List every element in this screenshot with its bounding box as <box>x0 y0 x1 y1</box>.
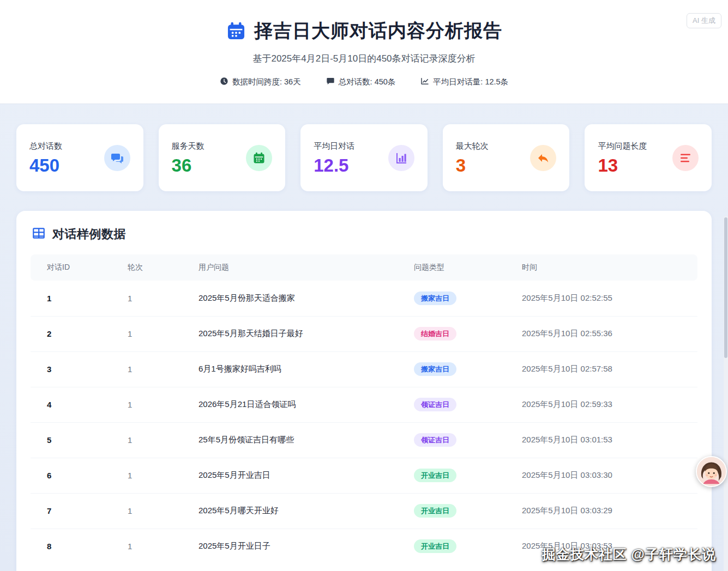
cell-user-question: 2026年5月21日适合领证吗 <box>182 387 398 422</box>
stat-label: 总对话数 <box>29 141 62 151</box>
stat-card-total-chats: 总对话数 450 <box>16 124 143 191</box>
calendar-icon <box>246 145 272 171</box>
cell-time: 2025年5月10日 02:57:58 <box>506 351 697 387</box>
table-body: 112025年5月份那天适合搬家搬家吉日2025年5月10日 02:52:552… <box>31 281 697 564</box>
stat-value: 13 <box>598 156 647 174</box>
table-row: 5125年5月份领证吉日有哪些领证吉日2025年5月10日 03:01:53 <box>31 422 697 458</box>
stat-card-avg-question-length: 平均问题长度 13 <box>585 124 712 191</box>
page-subtitle: 基于2025年4月2日-5月10日的450条对话记录深度分析 <box>0 52 728 65</box>
question-type-badge: 领证吉日 <box>414 433 456 447</box>
question-type-badge: 开业吉日 <box>414 539 456 553</box>
table-grid-icon <box>32 226 46 242</box>
cell-user-question: 2025年5月份那天适合搬家 <box>182 281 398 316</box>
meta-daily-avg: 平均日对话量: 12.5条 <box>420 77 508 87</box>
cell-time: 2025年5月10日 02:52:55 <box>506 281 697 316</box>
question-type-badge: 搬家吉日 <box>414 291 456 305</box>
meta-total-chats: 总对话数: 450条 <box>326 77 396 87</box>
ai-generated-badge: AI 生成 <box>687 13 721 28</box>
cell-turns: 1 <box>111 458 182 493</box>
cell-question-type: 搬家吉日 <box>398 351 506 387</box>
bar-chart-icon <box>388 145 414 171</box>
stat-label: 服务天数 <box>172 141 204 151</box>
table-row: 612025年5月开业吉日开业吉日2025年5月10日 03:03:30 <box>31 458 697 493</box>
cell-question-type: 开业吉日 <box>398 493 506 529</box>
cell-conversation-id: 3 <box>31 351 111 387</box>
column-header-question: 用户问题 <box>182 254 398 281</box>
meta-text: 平均日对话量: 12.5条 <box>433 77 508 87</box>
reply-arrow-icon <box>530 145 556 171</box>
stat-label: 最大轮次 <box>456 141 489 151</box>
clock-icon <box>220 77 228 87</box>
column-header-time: 时间 <box>506 254 697 281</box>
stat-value: 3 <box>456 156 489 174</box>
cell-question-type: 开业吉日 <box>398 458 506 493</box>
cell-turns: 1 <box>111 351 182 387</box>
cell-question-type: 领证吉日 <box>398 422 506 458</box>
cell-time: 2025年5月10日 03:03:29 <box>506 493 697 529</box>
cell-turns: 1 <box>111 422 182 458</box>
scrollbar-thumb[interactable] <box>724 217 727 358</box>
cell-time: 2025年5月10日 02:59:33 <box>506 387 697 422</box>
conversation-table: 对话ID 轮次 用户问题 问题类型 时间 112025年5月份那天适合搬家搬家吉… <box>31 254 697 564</box>
cell-user-question: 2025年5月那天结婚日子最好 <box>182 316 398 351</box>
table-row: 212025年5月那天结婚日子最好结婚吉日2025年5月10日 02:55:36 <box>31 316 697 351</box>
stat-value: 12.5 <box>314 156 354 174</box>
question-type-badge: 结婚吉日 <box>414 327 456 341</box>
cell-conversation-id: 2 <box>31 316 111 351</box>
table-row: 316月1号搬家好吗吉利吗搬家吉日2025年5月10日 02:57:58 <box>31 351 697 387</box>
stat-card-service-days: 服务天数 36 <box>159 124 286 191</box>
header-meta-row: 数据时间跨度: 36天 总对话数: 450条 平均日对话量: 12.5条 <box>0 77 728 87</box>
trend-icon <box>420 77 429 87</box>
stats-row: 总对话数 450 服务天数 36 平均日对话 <box>0 104 728 191</box>
cell-question-type: 结婚吉日 <box>398 316 506 351</box>
avatar <box>696 456 727 487</box>
watermark-text: 掘金技术社区 @子轩学长说 <box>542 545 716 563</box>
cell-question-type: 搬家吉日 <box>398 281 506 316</box>
cell-conversation-id: 8 <box>31 529 111 564</box>
cell-conversation-id: 5 <box>31 422 111 458</box>
cell-user-question: 25年5月份领证吉日有哪些 <box>182 422 398 458</box>
question-type-badge: 开业吉日 <box>414 469 456 482</box>
question-type-badge: 开业吉日 <box>414 504 456 518</box>
table-header-row: 对话ID 轮次 用户问题 问题类型 时间 <box>31 254 697 281</box>
stat-card-max-turns: 最大轮次 3 <box>443 124 570 191</box>
chat-bubbles-icon <box>104 145 130 171</box>
section-title: 对话样例数据 <box>52 226 126 242</box>
report-header: AI 生成 择吉日大师对话内容分析报告 基于2025年4月2日-5月10日的45… <box>0 0 728 104</box>
stat-label: 平均问题长度 <box>598 141 647 151</box>
column-header-id: 对话ID <box>31 254 111 281</box>
cell-turns: 1 <box>111 387 182 422</box>
calendar-title-icon <box>226 21 246 41</box>
question-type-badge: 搬家吉日 <box>414 362 456 376</box>
cell-time: 2025年5月10日 03:01:53 <box>506 422 697 458</box>
chat-icon <box>326 77 335 87</box>
table-row: 112025年5月份那天适合搬家搬家吉日2025年5月10日 02:52:55 <box>31 281 697 316</box>
cell-conversation-id: 1 <box>31 281 111 316</box>
page-title: 择吉日大师对话内容分析报告 <box>254 19 502 44</box>
column-header-turns: 轮次 <box>111 254 182 281</box>
cell-conversation-id: 4 <box>31 387 111 422</box>
stat-value: 450 <box>29 156 62 174</box>
cell-question-type: 领证吉日 <box>398 387 506 422</box>
cell-question-type: 开业吉日 <box>398 529 506 564</box>
cell-conversation-id: 6 <box>31 458 111 493</box>
cell-user-question: 2025年5月哪天开业好 <box>182 493 398 529</box>
column-header-type: 问题类型 <box>398 254 506 281</box>
cell-user-question: 2025年5月开业日子 <box>182 529 398 564</box>
cell-turns: 1 <box>111 316 182 351</box>
meta-text: 数据时间跨度: 36天 <box>232 77 301 87</box>
cell-turns: 1 <box>111 493 182 529</box>
cell-turns: 1 <box>111 529 182 564</box>
cell-user-question: 6月1号搬家好吗吉利吗 <box>182 351 398 387</box>
cell-turns: 1 <box>111 281 182 316</box>
cell-time: 2025年5月10日 02:55:36 <box>506 316 697 351</box>
meta-text: 总对话数: 450条 <box>339 77 396 87</box>
stat-label: 平均日对话 <box>314 141 354 151</box>
cell-conversation-id: 7 <box>31 493 111 529</box>
cell-time: 2025年5月10日 03:03:30 <box>506 458 697 493</box>
question-type-badge: 领证吉日 <box>414 398 456 411</box>
stat-value: 36 <box>172 156 204 174</box>
stat-card-daily-avg: 平均日对话 12.5 <box>300 124 428 191</box>
table-row: 712025年5月哪天开业好开业吉日2025年5月10日 03:03:29 <box>31 493 697 529</box>
sample-data-section: 对话样例数据 对话ID 轮次 用户问题 问题类型 时间 112025年5月份那天… <box>16 211 712 571</box>
